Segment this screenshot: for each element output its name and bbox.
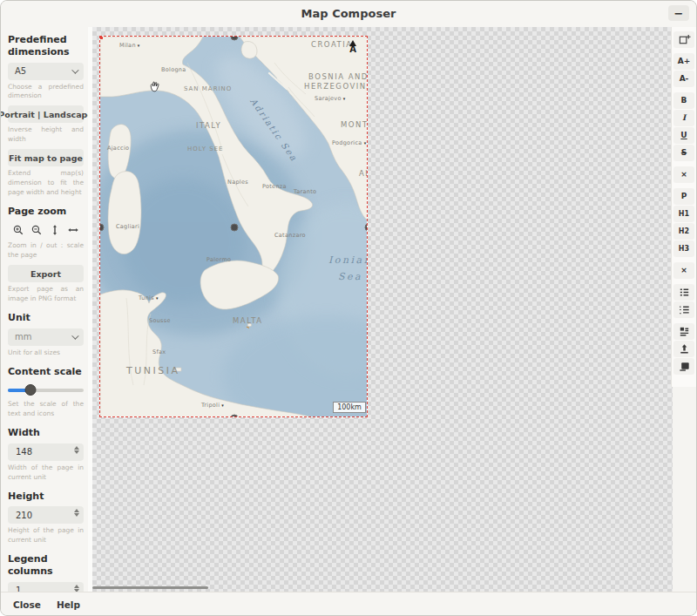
ordered-list-button[interactable]: [673, 301, 694, 318]
font-increase-button-glyph: A+: [678, 58, 691, 65]
unit-label: Unit: [8, 312, 84, 324]
toolbar-group-3: ×: [673, 166, 694, 183]
predefined-dimensions-select[interactable]: A5: [8, 63, 84, 80]
image-button[interactable]: [673, 358, 694, 375]
width-spinner[interactable]: [74, 446, 79, 454]
page-zoom-help: Zoom in / out : scale the page: [8, 241, 84, 261]
height-input[interactable]: [16, 511, 71, 520]
window-title: Map Composer: [1, 7, 696, 20]
spin-down-icon[interactable]: [74, 513, 79, 517]
zoom-out-icon[interactable]: [29, 222, 44, 238]
collapse-panel-button[interactable]: −: [668, 5, 689, 21]
bullet-list-button[interactable]: [673, 284, 694, 301]
heading2-button-glyph: H2: [679, 228, 689, 235]
spin-up-icon[interactable]: [74, 509, 79, 512]
page-zoom-toolbar: [8, 221, 84, 239]
toolbar-group-0: [673, 31, 694, 48]
delete-format-button[interactable]: ×: [673, 166, 694, 183]
export-help: Export page as an image in PNG format: [8, 285, 84, 304]
scale-vertical-icon[interactable]: [47, 222, 63, 238]
height-field: [8, 506, 84, 524]
delete-block-button[interactable]: ×: [673, 262, 694, 279]
portrait-landscape-button[interactable]: Portrait | Landscape: [8, 105, 84, 123]
delete-block-button-glyph: ×: [680, 267, 687, 274]
zoom-in-icon[interactable]: [10, 222, 26, 238]
content-scale-help: Set the scale of the text and icons: [8, 400, 84, 419]
portrait-landscape-help: Inverse height and width: [8, 125, 84, 145]
close-button[interactable]: Close: [13, 599, 41, 610]
legend-columns-spinner[interactable]: [74, 585, 79, 592]
export-button[interactable]: Export: [8, 265, 84, 282]
settings-sidebar: Predefined dimensions A5 Choose a predef…: [1, 27, 88, 592]
content-scale-slider[interactable]: [8, 383, 84, 397]
map-composer-window: Map Composer − Predefined dimensions A5 …: [0, 0, 697, 616]
heading3-button[interactable]: H3: [673, 240, 694, 257]
spin-down-icon[interactable]: [74, 450, 79, 454]
underline-button-glyph: U: [680, 132, 687, 139]
font-decrease-button-glyph: A-: [680, 75, 689, 83]
chevron-down-icon: [71, 66, 78, 73]
align-right-button[interactable]: [673, 323, 694, 340]
chevron-down-icon: [71, 332, 78, 339]
delete-format-button-glyph: ×: [680, 171, 687, 179]
resize-handle-bottom[interactable]: [231, 415, 239, 418]
toolbar-group-2: BIUS: [673, 92, 694, 161]
toolbar-group-1: A+A-: [673, 53, 694, 87]
paragraph-button-glyph: P: [681, 193, 687, 200]
legend-columns-label: Legend columns: [8, 553, 84, 578]
predefined-dimensions-label: Predefined dimensions: [8, 34, 84, 58]
fit-map-help: Extend map(s) dimension to fit the page …: [8, 169, 84, 198]
upload-button[interactable]: [673, 341, 694, 357]
predefined-dimensions-value: A5: [15, 66, 26, 76]
width-field: [8, 443, 84, 461]
unit-value: mm: [15, 332, 31, 342]
height-spinner[interactable]: [74, 509, 79, 517]
scale-horizontal-icon[interactable]: [65, 222, 81, 238]
bold-button-glyph: B: [681, 97, 687, 105]
strikethrough-button-glyph: S: [681, 149, 687, 157]
italic-button-glyph: I: [682, 114, 686, 122]
resize-handle-right[interactable]: [365, 224, 369, 232]
legend-columns-input[interactable]: [16, 586, 71, 592]
heading1-button[interactable]: H1: [673, 206, 694, 222]
toolbar-group-4: PH1H2H3: [673, 188, 694, 257]
spin-up-icon[interactable]: [74, 585, 79, 588]
content-scale-label: Content scale: [8, 366, 84, 378]
unit-help: Unit for all sizes: [8, 349, 84, 358]
height-label: Height: [8, 491, 84, 503]
width-help: Width of the page in current unit: [8, 464, 84, 483]
header-bar: Map Composer −: [1, 1, 696, 27]
footer-bar: Close Help: [1, 592, 696, 616]
toolbar-group-5: ×: [673, 262, 694, 279]
north-arrow-letter: A: [349, 45, 356, 54]
toolbar-group-7: [673, 323, 694, 375]
width-label: Width: [8, 427, 84, 439]
text-format-toolbar: A+A-BIUS×PH1H2H3×: [671, 27, 696, 387]
page-corner-handle[interactable]: [99, 36, 103, 39]
composer-canvas[interactable]: Milan▾BolognaCROATIABOSNIA AND HERZEGOVI…: [92, 27, 673, 592]
fit-map-to-page-button[interactable]: Fit map to page: [8, 149, 84, 166]
height-help: Height of the page in current unit: [8, 526, 84, 545]
font-decrease-button[interactable]: A-: [673, 71, 694, 87]
heading3-button-glyph: H3: [679, 246, 689, 253]
strikethrough-button[interactable]: S: [673, 145, 694, 161]
paragraph-button[interactable]: P: [673, 188, 694, 205]
predefined-dimensions-help: Choose a predefined dimension: [8, 83, 84, 102]
spin-up-icon[interactable]: [74, 446, 79, 450]
italic-button[interactable]: I: [673, 110, 694, 126]
help-button[interactable]: Help: [57, 599, 80, 610]
width-input[interactable]: [16, 447, 71, 457]
move-handle-center[interactable]: [231, 224, 239, 232]
bold-button[interactable]: B: [673, 92, 694, 109]
heading2-button[interactable]: H2: [673, 223, 694, 240]
map-page[interactable]: Milan▾BolognaCROATIABOSNIA AND HERZEGOVI…: [99, 36, 368, 417]
underline-button[interactable]: U: [673, 127, 694, 144]
legend-columns-field: [8, 582, 84, 592]
add-text-block-icon[interactable]: [673, 31, 694, 48]
content-scale-thumb[interactable]: [25, 384, 37, 396]
page-zoom-label: Page zoom: [8, 206, 84, 218]
canvas-horizontal-scrollbar[interactable]: [92, 586, 208, 589]
heading1-button-glyph: H1: [679, 211, 689, 218]
font-increase-button[interactable]: A+: [673, 53, 694, 70]
unit-select[interactable]: mm: [8, 328, 84, 346]
